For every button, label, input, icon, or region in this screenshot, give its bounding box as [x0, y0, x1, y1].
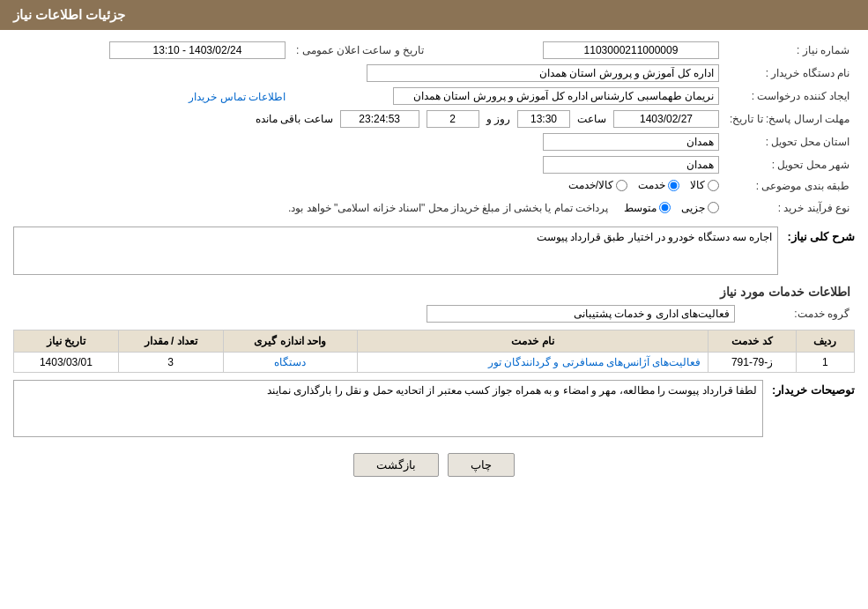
row-creator: ایجاد کننده درخواست : اطلاعات تماس خریدا… [13, 85, 855, 108]
category-radio-both[interactable] [616, 180, 627, 191]
cell-row-num: 1 [796, 352, 854, 372]
table-row: 1 ز-79-791 فعالیت‌های آژانس‌های مسافرتی … [14, 352, 855, 372]
col-service-name: نام خدمت [357, 330, 708, 352]
services-table: ردیف کد خدمت نام خدمت واحد اندازه گیری ت… [13, 330, 855, 373]
purchase-radio-medium[interactable] [659, 202, 671, 213]
category-radio-goods[interactable] [708, 180, 719, 191]
col-quantity: تعداد / مقدار [118, 330, 223, 352]
deadline-remaining-input[interactable] [340, 110, 419, 128]
purchase-type-partial[interactable]: جزیی [681, 202, 719, 214]
creator-cell [291, 85, 724, 108]
contact-link[interactable]: اطلاعات تماس خریدار [189, 91, 286, 103]
purchase-type-medium[interactable]: متوسط [624, 202, 671, 214]
need-desc-wrapper: اجاره سه دستگاه خودرو در اختیار طبق قرار… [13, 227, 778, 278]
day-label: روز و [486, 113, 510, 125]
row-deadline: مهلت ارسال پاسخ: تا تاریخ: ساعت روز و سا… [13, 108, 855, 130]
buyer-notes-label: توصیحات خریدار: [772, 380, 855, 397]
buyer-notes-textarea[interactable]: لطفا قرارداد پیوست را مطالعه، مهر و امضا… [13, 380, 763, 437]
deadline-date-input[interactable] [613, 110, 719, 128]
deadline-time-input[interactable] [517, 110, 570, 128]
row-category: طبقه بندی موضوعی : کالا خدمت کالا/خدمت [13, 176, 855, 197]
col-date: تاریخ نیاز [14, 330, 119, 352]
services-section-title: اطلاعات خدمات مورد نیاز [13, 278, 855, 302]
deadline-day-input[interactable] [427, 110, 479, 128]
page-wrapper: جزئیات اطلاعات نیاز شماره نیاز : تاریخ و… [0, 0, 868, 609]
back-button[interactable]: بازگشت [353, 453, 439, 477]
service-group-table: گروه خدمت: [13, 302, 855, 325]
purchase-type-cell: جزیی متوسط پرداخت تمام یا بخشی از مبلغ خ… [13, 197, 724, 219]
time-label: ساعت [577, 113, 606, 125]
category-option-both[interactable]: کالا/خدمت [568, 179, 627, 191]
province-cell [13, 130, 724, 153]
purchase-type-radio-group: جزیی متوسط پرداخت تمام یا بخشی از مبلغ خ… [283, 199, 719, 217]
buyer-name-label: نام دستگاه خریدار : [724, 62, 855, 85]
creator-label: ایجاد کننده درخواست : [724, 85, 855, 108]
purchase-note: پرداخت تمام یا بخشی از مبلغ خریداز محل "… [283, 199, 613, 217]
cell-date: 1403/03/01 [14, 352, 119, 372]
form-table: شماره نیاز : تاریخ و ساعت اعلان عمومی : … [13, 39, 855, 219]
service-group-input[interactable] [427, 305, 735, 323]
need-desc-textarea[interactable]: اجاره سه دستگاه خودرو در اختیار طبق قرار… [13, 227, 778, 275]
cell-service-name: فعالیت‌های آژانس‌های مسافرتی و گردانندگا… [357, 352, 708, 372]
buyer-name-cell [13, 62, 724, 85]
need-number-cell [447, 39, 724, 62]
province-label: استان محل تحویل : [724, 130, 855, 153]
need-desc-label: شرح کلی نیاز: [787, 227, 855, 243]
need-number-input[interactable] [543, 41, 719, 59]
date-announce-input[interactable] [109, 41, 286, 59]
cell-quantity: 3 [118, 352, 223, 372]
need-number-label: شماره نیاز : [724, 39, 855, 62]
category-radio-group: کالا خدمت کالا/خدمت [568, 179, 719, 191]
category-cell: کالا خدمت کالا/خدمت [13, 176, 724, 197]
buyer-notes-wrapper: لطفا قرارداد پیوست را مطالعه، مهر و امضا… [13, 380, 763, 440]
deadline-cell: ساعت روز و ساعت باقی مانده [13, 108, 724, 130]
creator-input[interactable] [393, 87, 719, 105]
remaining-label: ساعت باقی مانده [256, 113, 333, 125]
row-buyer-name: نام دستگاه خریدار : [13, 62, 855, 85]
service-group-label: گروه خدمت: [740, 302, 855, 325]
city-input[interactable] [543, 156, 719, 174]
services-table-body: 1 ز-79-791 فعالیت‌های آژانس‌های مسافرتی … [14, 352, 855, 372]
purchase-radio-partial[interactable] [708, 202, 719, 213]
city-cell [13, 153, 724, 176]
row-province: استان محل تحویل : [13, 130, 855, 153]
need-desc-section: شرح کلی نیاز: اجاره سه دستگاه خودرو در ا… [13, 227, 855, 278]
category-option-goods[interactable]: کالا [690, 179, 719, 191]
date-announce-label: تاریخ و ساعت اعلان عمومی : [291, 39, 429, 62]
col-row-num: ردیف [796, 330, 854, 352]
deadline-row: ساعت روز و ساعت باقی مانده [19, 110, 719, 128]
row-need-number: شماره نیاز : تاریخ و ساعت اعلان عمومی : [13, 39, 855, 62]
buyer-notes-section: توصیحات خریدار: لطفا قرارداد پیوست را مط… [13, 380, 855, 440]
cell-unit: دستگاه [223, 352, 357, 372]
cell-service-code: ز-79-791 [708, 352, 796, 372]
button-container: چاپ بازگشت [13, 440, 855, 490]
buyer-name-input[interactable] [367, 64, 719, 82]
page-header: جزئیات اطلاعات نیاز [0, 0, 868, 30]
services-table-head: ردیف کد خدمت نام خدمت واحد اندازه گیری ت… [14, 330, 855, 352]
city-label: شهر محل تحویل : [724, 153, 855, 176]
page-title: جزئیات اطلاعات نیاز [13, 7, 125, 22]
category-option-service[interactable]: خدمت [638, 179, 679, 191]
print-button[interactable]: چاپ [448, 453, 515, 477]
category-label: طبقه بندی موضوعی : [724, 176, 855, 197]
deadline-label: مهلت ارسال پاسخ: تا تاریخ: [724, 108, 855, 130]
category-radio-service[interactable] [668, 180, 679, 191]
col-service-code: کد خدمت [708, 330, 796, 352]
service-group-row: گروه خدمت: [13, 302, 855, 325]
purchase-type-label: نوع فرآیند خرید : [724, 197, 855, 219]
row-purchase-type: نوع فرآیند خرید : جزیی متوسط پرداخت تمام… [13, 197, 855, 219]
province-input[interactable] [543, 133, 719, 151]
services-table-header-row: ردیف کد خدمت نام خدمت واحد اندازه گیری ت… [14, 330, 855, 352]
row-city: شهر محل تحویل : [13, 153, 855, 176]
col-unit: واحد اندازه گیری [223, 330, 357, 352]
date-announce-cell [13, 39, 291, 62]
main-content: شماره نیاز : تاریخ و ساعت اعلان عمومی : … [0, 30, 868, 499]
service-group-cell [13, 302, 740, 325]
